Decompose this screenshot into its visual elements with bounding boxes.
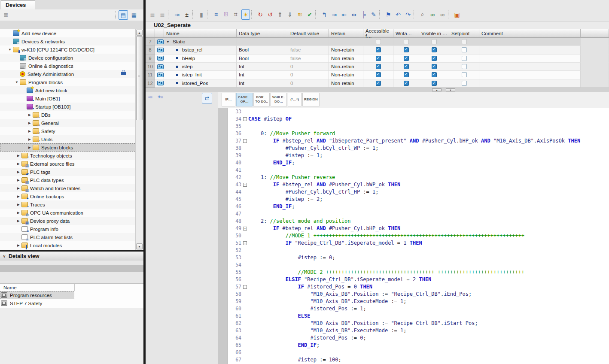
column-header-setpoint[interactable]: Setpoint xyxy=(449,29,479,38)
accessible-checkbox[interactable] xyxy=(376,64,381,69)
column-header-accessible-f[interactable]: Accessible f… xyxy=(363,29,393,38)
details-view-toggle-icon[interactable]: ▤ xyxy=(119,10,128,20)
comment-cell[interactable] xyxy=(479,55,581,63)
collapse-down-button[interactable]: ▼ xyxy=(446,88,455,91)
data-type-cell[interactable]: Int xyxy=(237,71,288,79)
expand-icon[interactable]: ▶ xyxy=(15,162,21,166)
retain-cell[interactable]: Non-retain xyxy=(329,71,363,79)
outline-expand-icon[interactable]: +≡ xyxy=(158,94,163,100)
monitoring-off-icon[interactable]: ∞ xyxy=(438,9,447,20)
details-row-program-resources[interactable]: Program resources xyxy=(0,291,74,299)
code-line-41[interactable]: 41 xyxy=(218,167,609,174)
var-name-cell[interactable]: istored_Pos xyxy=(164,79,237,88)
setpoint-checkbox[interactable] xyxy=(462,81,467,86)
absolute-operands-icon[interactable]: ╞ xyxy=(359,9,368,20)
code-line-36[interactable]: 36 0: //Move Pusher forward xyxy=(218,130,609,137)
code-line-49[interactable]: 49- IF #bstep_rel AND #Pusher_Cyl.bHP_ok… xyxy=(218,225,609,232)
retain-cell[interactable] xyxy=(329,38,363,46)
visible-checkbox[interactable] xyxy=(432,72,437,77)
comment-cell[interactable] xyxy=(479,71,581,79)
outdent-icon[interactable]: ⇤ xyxy=(340,9,348,20)
expand-icon[interactable]: ▶ xyxy=(27,113,33,117)
code-line-62[interactable]: 62 "M10_Axis_DB".Position := "Recipe_Ctr… xyxy=(218,320,609,327)
visible-checkbox[interactable] xyxy=(432,64,437,69)
code-line-46[interactable]: 46 END_IF; xyxy=(218,203,609,210)
fold-collapse-icon[interactable]: - xyxy=(243,285,247,289)
insert-network-icon[interactable]: ≣ xyxy=(148,9,157,20)
code-line-53[interactable]: 53 #istep := 0; xyxy=(218,254,609,261)
scroll-down-icon[interactable]: ▼ xyxy=(136,243,143,249)
tree-item-startup-ob100[interactable]: Startup [OB100] xyxy=(0,103,135,111)
writable-checkbox[interactable] xyxy=(404,81,409,86)
default-value-cell[interactable]: 0 xyxy=(288,79,329,88)
setpoint-checkbox[interactable] xyxy=(462,72,467,77)
var-name-cell[interactable]: bstep_rel xyxy=(164,46,237,54)
tree-item-w-k10-cpu-1214fc-dc-dc-dc[interactable]: ▼w-K10 [CPU 1214FC DC/DC/DC] xyxy=(0,46,135,54)
comment-cell[interactable] xyxy=(479,38,581,46)
expand-icon[interactable]: ▶ xyxy=(15,186,21,190)
column-header-blank[interactable] xyxy=(155,29,164,38)
column-header-writa[interactable]: Writa… xyxy=(393,29,419,38)
tree-item-device-proxy-data[interactable]: ▶Device proxy data xyxy=(0,217,135,225)
details-row-step-7-safety[interactable]: STEP 7 Safety xyxy=(0,299,143,307)
code-line-50[interactable]: 50 //MODE 1 ++++++++++++++++++++++++++++… xyxy=(218,232,609,240)
var-name-cell[interactable]: istep_Init xyxy=(164,71,237,79)
visible-checkbox[interactable] xyxy=(432,47,437,52)
add-object-icon[interactable]: ≣ xyxy=(158,9,167,20)
snippet-tab-fortodo[interactable]: FOR… TO DO.. xyxy=(253,93,270,106)
comment-cell[interactable] xyxy=(479,79,581,88)
code-line-56[interactable]: 56 ELSIF "Recipe_Ctrl_DB".iSeperate_mode… xyxy=(218,276,609,283)
comment-cell[interactable] xyxy=(479,63,581,71)
tree-item-external-source-files[interactable]: ▶External source files xyxy=(0,160,135,168)
tree-item-general[interactable]: ▶General xyxy=(0,119,135,127)
previous-bookmark-icon[interactable]: ↶ xyxy=(394,9,402,20)
tree-item-safety[interactable]: ▶Safety xyxy=(0,127,135,135)
default-value-cell[interactable]: 0 xyxy=(288,63,329,71)
tree-item-units[interactable]: ▶Units xyxy=(0,135,135,143)
column-header-visible-in[interactable]: Visible in … xyxy=(419,29,449,38)
data-type-cell[interactable] xyxy=(237,38,288,46)
expand-icon[interactable]: ▶ xyxy=(27,129,33,133)
accessible-checkbox[interactable] xyxy=(376,39,381,44)
indent-icon[interactable]: ⇥ xyxy=(330,9,338,20)
setpoint-checkbox[interactable] xyxy=(462,56,467,61)
accessible-checkbox[interactable] xyxy=(376,47,381,52)
fold-collapse-icon[interactable]: - xyxy=(243,227,247,231)
renumber-icon[interactable]: ⇹ xyxy=(350,9,358,20)
expand-icon[interactable]: ▶ xyxy=(27,137,33,141)
snippet-tab-caseof[interactable]: CASE… OF… xyxy=(236,93,253,106)
column-header-blank[interactable] xyxy=(581,29,609,38)
code-line-39[interactable]: 39 #istep := 1; xyxy=(218,152,609,159)
snippet-tab-region[interactable]: REGION xyxy=(302,93,320,106)
column-header-name[interactable]: Name xyxy=(164,29,237,38)
setpoint-checkbox[interactable] xyxy=(462,39,467,44)
tree-item-dbs[interactable]: ▶DBs xyxy=(0,111,135,119)
code-line-55[interactable]: 55 //MODE 2 ++++++++++++++++++++++++++++… xyxy=(218,269,609,276)
open-new-editor-icon[interactable]: ▦ xyxy=(130,10,138,19)
tree-item-local-modules[interactable]: ▶Local modules xyxy=(0,241,135,249)
expand-icon[interactable]: ▶ xyxy=(27,121,33,125)
fold-collapse-icon[interactable]: - xyxy=(243,139,247,143)
code-line-37[interactable]: 37- IF #bstep_rel AND "ibSeperate_Part_p… xyxy=(218,137,609,145)
next-bookmark-icon[interactable]: ↷ xyxy=(404,9,412,20)
code-line-43[interactable]: 43- IF #bstep_rel AND #Pusher_Cyl.bWP_ok… xyxy=(218,181,609,188)
code-line-40[interactable]: 40 END_IF; xyxy=(218,159,609,167)
code-line-47[interactable]: 47 xyxy=(218,210,609,218)
snippet-tab-if[interactable]: IF… xyxy=(222,93,235,106)
fold-collapse-icon[interactable]: - xyxy=(243,241,247,245)
comment-lines-icon[interactable]: ✎ xyxy=(369,9,378,20)
expanded-mode-icon[interactable]: ≡ xyxy=(212,9,220,20)
column-header-comment[interactable]: Comment xyxy=(479,29,581,38)
code-line-51[interactable]: 51- IF "Recipe_Ctrl_DB".iSeperate_model … xyxy=(218,240,609,247)
code-line-66[interactable]: 66 xyxy=(218,349,609,356)
tree-item-online-diagnostics[interactable]: Online & diagnostics xyxy=(0,62,135,70)
default-value-cell[interactable]: 0 xyxy=(288,71,329,79)
code-line-42[interactable]: 42 1: //Move Pusher reverse xyxy=(218,174,609,181)
retain-cell[interactable]: Non-retain xyxy=(329,63,363,71)
retain-cell[interactable]: Non-retain xyxy=(329,46,363,54)
expand-icon[interactable]: ▶ xyxy=(27,146,33,149)
default-value-cell[interactable]: false xyxy=(288,46,329,54)
details-view-name-header[interactable]: Name xyxy=(0,283,143,292)
expand-icon[interactable]: ▶ xyxy=(15,211,21,215)
monitoring-on-icon[interactable]: ∞ xyxy=(428,9,437,20)
